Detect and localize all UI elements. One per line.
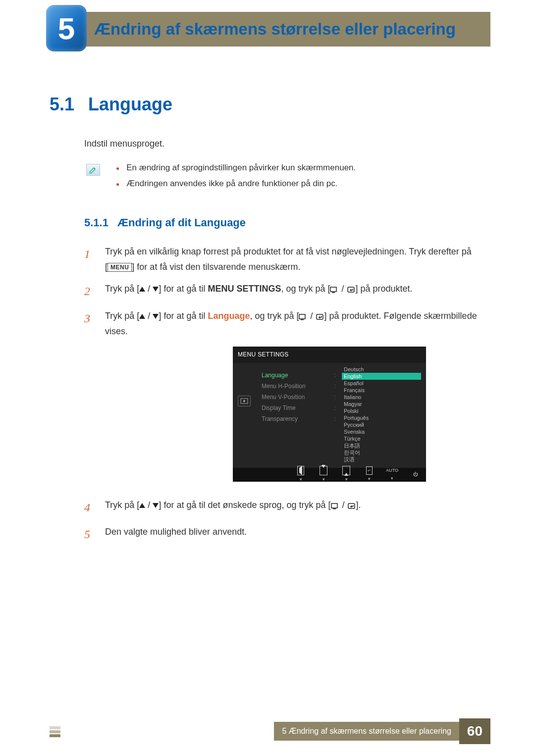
down-arrow-icon [153,503,159,508]
osd-language-item: Polski [342,407,421,414]
osd-screenshot: MENU SETTINGS Language: Menu H-Position:… [233,347,426,481]
osd-menu-item: Menu V-Position: [262,392,336,403]
subsection-title: Ændring af dit Language [117,216,246,229]
svg-rect-9 [333,508,336,509]
osd-language-item: Português [342,414,421,421]
down-arrow-icon [153,314,159,319]
osd-nav-down-icon: ▾ [318,466,329,484]
osd-language-item: Magyar [342,401,421,407]
osd-language-item: Deutsch [342,366,421,373]
menu-key-icon: MENU [107,263,132,272]
osd-menu-item: Menu H-Position: [262,381,336,392]
chapter-number-badge: 5 [46,5,87,51]
osd-menu-item: Display Time: [262,403,336,413]
source-enter-icon: / [299,311,324,321]
section-heading: 5.1Language [50,94,481,115]
osd-auto-label: AUTO [386,467,398,474]
osd-nav-auto: AUTO▾ [386,467,398,483]
page-number: 60 [459,718,490,744]
bullet-icon: ● [116,163,119,174]
step-text: Tryk på [ / ] for at gå til MENU SETTING… [105,281,481,302]
svg-rect-3 [299,314,305,319]
up-arrow-icon [139,287,145,292]
text-fragment: ] for at gå til [159,284,208,294]
step-text: Den valgte mulighed bliver anvendt. [105,524,481,545]
osd-category-icon [238,396,251,406]
osd-title: MENU SETTINGS [233,347,426,362]
chapter-title: Ændring af skærmens størrelse eller plac… [94,20,456,39]
step-text: Tryk på en vilkårlig knap forrest på pro… [105,244,481,274]
step-number: 1 [84,244,95,274]
svg-rect-4 [301,319,304,320]
osd-nav-enter-icon: ↵▾ [363,466,375,483]
up-arrow-icon [139,503,145,508]
osd-navbar: ▾ ▾ ▾ ↵▾ AUTO▾ ⏻ [233,468,426,482]
step-item: 2 Tryk på [ / ] for at gå til MENU SETTI… [84,281,481,302]
osd-nav-power-icon: ⏻ [409,471,421,478]
osd-menu-label: Language [262,370,288,381]
chapter-number: 5 [58,11,75,46]
step-item: 4 Tryk på [ / ] for at gå til det ønsked… [84,498,481,518]
step-text: Tryk på [ / ] for at gå til Language, og… [105,308,481,491]
section-number: 5.1 [50,94,74,114]
osd-menu-label: Menu V-Position [262,392,305,403]
text-fragment: , og tryk på [ [281,284,330,294]
step-item: 3 Tryk på [ / ] for at gå til Language, … [84,308,481,491]
bullet-icon: ● [116,179,119,190]
osd-nav-back-icon: ▾ [295,466,307,484]
osd-language-item: Svenska [342,428,421,435]
note-text: Ændringen anvendes ikke på andre funktio… [126,179,337,190]
osd-menu-label: Transparency [262,413,298,424]
text-fragment: ] for at gå til det ønskede sprog, og tr… [159,500,330,510]
osd-menu-label: Display Time [262,403,296,413]
chapter-header-bar: Ændring af skærmens størrelse eller plac… [85,12,490,47]
footer-decoration-icon [50,726,60,738]
step-text: Tryk på [ / ] for at gå til det ønskede … [105,498,481,518]
svg-point-7 [243,400,245,402]
footer-chapter-text: 5 Ændring af skærmens størrelse eller pl… [274,722,459,741]
osd-language-list: DeutschEnglishEspañolFrançaisItalianoMag… [342,366,421,463]
osd-menu-item: Transparency: [262,413,336,424]
osd-language-item: 汉语 [342,456,421,463]
osd-nav-up-icon: ▾ [340,466,352,484]
text-fragment: ] for at få vist den tilsvarende menuskæ… [132,262,300,272]
note-block: ●En ændring af sprogindstillingen påvirk… [86,163,481,195]
text-fragment: Tryk på [ [105,284,139,294]
subsection-heading: 5.1.1Ændring af dit Language [84,216,481,229]
osd-language-item: English [342,373,421,380]
step-item: 1 Tryk på en vilkårlig knap forrest på p… [84,244,481,274]
svg-rect-1 [332,292,335,293]
step-item: 5 Den valgte mulighed bliver anvendt. [84,524,481,545]
osd-menu-item: Language: [262,370,336,381]
step-number: 3 [84,308,95,491]
osd-language-item: 日本語 [342,442,421,449]
osd-language-item: Español [342,380,421,387]
section-title: Language [88,94,172,114]
note-text: En ændring af sprogindstillingen påvirke… [126,163,356,174]
menu-settings-ref: MENU SETTINGS [208,284,281,294]
svg-rect-0 [330,287,336,292]
text-fragment: ] på produktet. [356,284,413,294]
osd-language-item: Русский [342,421,421,428]
text-fragment: ]. [356,500,361,510]
osd-menu-label: Menu H-Position [262,381,306,392]
osd-language-item: Türkçe [342,435,421,442]
step-number: 5 [84,524,95,545]
osd-language-item: Italiano [342,394,421,401]
note-item: ●Ændringen anvendes ikke på andre funkti… [116,179,356,190]
text-fragment: , og tryk på [ [250,311,299,321]
page-footer: 5 Ændring af skærmens størrelse eller pl… [274,718,490,744]
intro-text: Indstil menusproget. [84,139,481,149]
pencil-note-icon [86,164,100,176]
source-enter-icon: / [331,500,356,510]
text-fragment: Tryk på [ [105,500,139,510]
source-enter-icon: / [330,284,355,294]
osd-language-item: Français [342,387,421,394]
up-arrow-icon [139,314,145,319]
text-fragment: ] for at gå til [159,311,208,321]
step-number: 2 [84,281,95,302]
osd-menu-list: Language: Menu H-Position: Menu V-Positi… [262,366,336,463]
note-item: ●En ændring af sprogindstillingen påvirk… [116,163,356,174]
text-fragment: Tryk på [ [105,311,139,321]
svg-rect-8 [331,504,337,508]
